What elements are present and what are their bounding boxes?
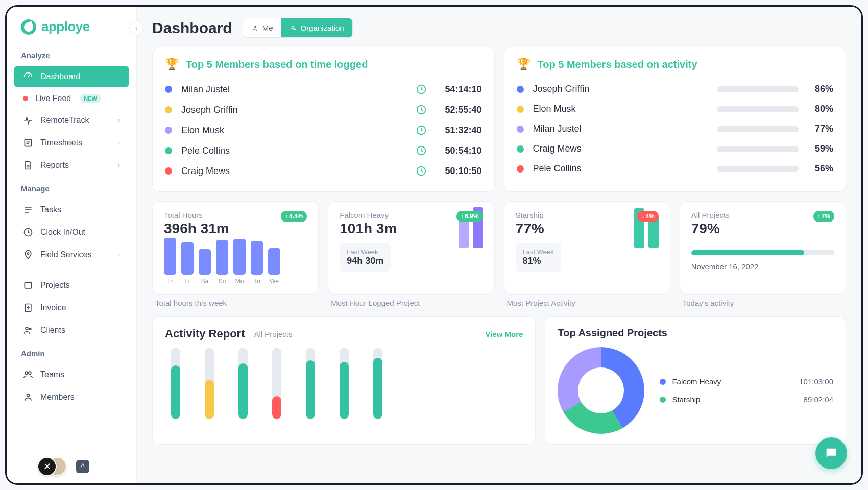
member-row[interactable]: Milan Justel77% — [517, 119, 834, 139]
sidebar: apploye ‹ Analyze Dashboard Live Feed NE… — [7, 7, 137, 483]
org-toggle[interactable]: Organization — [281, 18, 352, 37]
member-row[interactable]: Pele Collins56% — [517, 159, 834, 179]
time-value: 50:54:10 — [436, 145, 482, 156]
nav-clock[interactable]: Clock In/Out — [14, 222, 129, 243]
member-row[interactable]: Milan Justel54:14:10 — [165, 79, 482, 100]
nav-clients[interactable]: Clients — [14, 320, 129, 341]
stat-value: 396h 31m — [164, 220, 229, 237]
member-row[interactable]: Elon Musk51:32:40 — [165, 120, 482, 140]
gauge-icon — [23, 71, 33, 82]
activity-report-card: Activity Report All Projects View More — [152, 316, 536, 445]
nav-section-manage: Manage — [7, 177, 136, 198]
member-row[interactable]: Craig Mews59% — [517, 139, 834, 159]
legend-row: Starship89:02:04 — [660, 395, 833, 404]
chat-fab[interactable] — [815, 437, 847, 469]
color-dot-icon — [165, 147, 172, 154]
member-name: Elon Musk — [181, 125, 406, 136]
stat-label: All Projects — [691, 211, 730, 219]
stat-value: 101h 3m — [340, 220, 397, 237]
member-name: Joseph Griffin — [181, 105, 406, 115]
member-row[interactable]: Craig Mews50:10:50 — [165, 161, 482, 181]
nav-label: Dashboard — [40, 72, 80, 81]
nav-teams[interactable]: Teams — [14, 364, 129, 385]
nav-field[interactable]: Field Services › — [14, 244, 129, 265]
color-dot-icon — [517, 86, 524, 93]
nav-reports[interactable]: Reports › — [14, 155, 129, 176]
time-value: 51:32:40 — [436, 125, 482, 136]
member-row[interactable]: Joseph Griffin86% — [517, 79, 834, 99]
sidebar-collapse-button[interactable]: ‹ — [129, 21, 143, 35]
collapse-up-button[interactable]: ^ — [76, 460, 89, 473]
pin-icon — [23, 250, 33, 260]
card-title: Top Assigned Projects — [558, 327, 833, 339]
nav-dashboard[interactable]: Dashboard — [14, 66, 129, 87]
activity-pct: 59% — [808, 143, 833, 154]
avatar[interactable] — [37, 457, 57, 476]
pulse-icon — [23, 115, 33, 126]
caption: Most Hour Logged Project — [328, 299, 494, 307]
nav-label: Clock In/Out — [40, 228, 85, 237]
activity-bar — [717, 146, 799, 152]
svg-point-2 — [27, 253, 29, 254]
delta-chip: ↓4% — [637, 211, 658, 222]
member-name: Craig Mews — [533, 143, 708, 154]
caption: Total hours this week — [152, 299, 319, 307]
member-row[interactable]: Elon Musk80% — [517, 99, 834, 119]
member-name: Milan Justel — [533, 124, 708, 134]
starship-card: Starship 77% ↓4% Last Week 81% — [504, 201, 670, 295]
time-value: 52:55:40 — [436, 105, 482, 115]
weekly-bar-chart: ThFrSaSuMoTuWe — [164, 243, 307, 285]
nav-invoice[interactable]: Invoice — [14, 297, 129, 318]
activity-subtitle: All Projects — [254, 330, 292, 338]
chevron-right-icon: › — [118, 117, 120, 124]
chevron-right-icon: › — [118, 251, 120, 258]
logo[interactable]: apploye — [7, 19, 136, 44]
activity-bar-chart — [165, 348, 523, 419]
stat-value: 79% — [691, 220, 730, 237]
clock-icon — [416, 165, 427, 177]
svg-point-12 — [291, 29, 292, 30]
nav-livefeed[interactable]: Live Feed NEW — [14, 88, 129, 109]
legend-value: 89:02:04 — [804, 395, 833, 404]
stat-label: Starship — [516, 211, 544, 219]
nav-label: RemoteTrack — [40, 116, 89, 125]
nav-remotetrack[interactable]: RemoteTrack › — [14, 110, 129, 131]
nav-label: Field Services — [40, 250, 91, 259]
chevron-up-icon: ^ — [81, 462, 85, 471]
nav-label: Members — [40, 393, 75, 402]
nav-section-admin: Admin — [7, 342, 136, 363]
svg-point-13 — [294, 29, 295, 30]
member-row[interactable]: Joseph Griffin52:55:40 — [165, 100, 482, 120]
card-title: Top 5 Members based on time logged — [186, 59, 368, 70]
legend-row: Falcom Heavy101:03:00 — [660, 377, 833, 386]
caption: Most Project Activity — [504, 299, 670, 307]
all-projects-card: All Projects 79% ↑7% November 16, 2022 — [680, 201, 846, 295]
nav-members[interactable]: Members — [14, 386, 129, 408]
activity-bar — [717, 166, 799, 172]
chevron-right-icon: › — [118, 139, 120, 146]
view-more-link[interactable]: View More — [486, 330, 523, 338]
activity-bar — [306, 348, 315, 419]
live-dot-icon — [23, 96, 28, 101]
nav-timesheets[interactable]: Timesheets › — [14, 132, 129, 154]
activity-bar — [171, 348, 180, 419]
stat-label: Total Hours — [164, 211, 229, 219]
nav-tasks[interactable]: Tasks — [14, 199, 129, 220]
svg-point-10 — [254, 26, 256, 28]
member-name: Joseph Griffin — [533, 84, 708, 94]
nav-label: Clients — [40, 326, 65, 335]
svg-point-6 — [30, 328, 31, 330]
member-row[interactable]: Pele Collins50:54:10 — [165, 140, 482, 161]
nav-label: Live Feed — [35, 94, 71, 103]
svg-point-9 — [27, 394, 30, 397]
clock-icon — [416, 145, 427, 156]
color-dot-icon — [660, 379, 666, 385]
me-toggle[interactable]: Me — [243, 18, 281, 37]
activity-title: Activity Report — [165, 327, 245, 340]
new-badge: NEW — [80, 94, 101, 103]
time-value: 54:14:10 — [436, 84, 482, 95]
svg-point-5 — [26, 327, 28, 330]
logo-icon — [21, 19, 36, 35]
users-icon — [23, 325, 33, 335]
nav-projects[interactable]: Projects — [14, 275, 129, 296]
